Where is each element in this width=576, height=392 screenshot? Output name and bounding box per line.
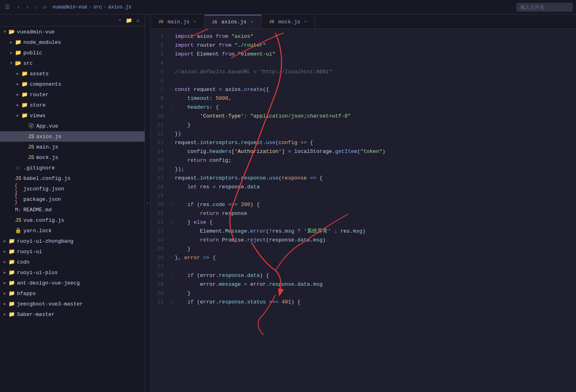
new-folder-icon[interactable]: 📁 [125,17,133,24]
code-editor[interactable]: 1 import axios from "axios" 2 import rou… [151,29,576,392]
tree-item-package-json[interactable]: ▶ { } package.json [0,194,145,204]
code-line-14[interactable]: 14 config.headers['Authorization'] = loc… [151,147,576,156]
tree-item-jsconfig-json[interactable]: ▶ { } jsconfig.json [0,184,145,194]
code-line-2[interactable]: 2 import router from "./router" [151,41,576,50]
search-input[interactable] [516,3,573,12]
folder-icon: 📁 [15,39,22,46]
js-icon: JS [27,154,35,161]
code-line-11[interactable]: 11 } [151,121,576,130]
code-line-10[interactable]: 10 'Content-Type': "application/json;cha… [151,112,576,121]
tree-item-mock-js[interactable]: ▶ JS mock.js [0,152,145,163]
code-line-3[interactable]: 3 import Element from "element-ui" [151,50,576,59]
code-line-18[interactable]: 18 let res = response.data [151,183,576,192]
code-line-6[interactable]: 6 [151,76,576,85]
forward-icon[interactable]: › [23,3,31,11]
line-code: timeout: 5000, [175,94,573,103]
tree-label: csdn [17,259,29,265]
tab-main-js[interactable]: JS main.js × [151,15,205,29]
tab-close-main[interactable]: × [192,19,198,25]
new-file-icon[interactable]: + [116,17,124,24]
tree-item-public[interactable]: ▶ 📁 public [0,47,145,58]
code-line-7[interactable]: 7 □ const request = axios.create({ [151,85,576,94]
tree-item-jeecgboot[interactable]: ▶ 📁 jeecgboot-vue3-master [0,299,145,309]
code-line-1[interactable]: 1 import axios from "axios" [151,32,576,41]
tree-item-csdn[interactable]: ▶ 📁 csdn [0,257,145,267]
menu-icon[interactable]: ☰ [3,3,11,11]
line-code: request.interceptors.response.use(respon… [175,174,573,183]
code-line-28[interactable]: 28 □ if (error.response.data) { [151,271,576,280]
tab-mock-js[interactable]: JS mock.js × [261,15,315,29]
tree-item-store[interactable]: ▶ 📁 store [0,100,145,110]
tree-item-vueadmin-vue[interactable]: ▼ 📂 vueadmin-vue [0,27,145,37]
code-line-22[interactable]: 22 □ } else { [151,218,576,227]
star-icon[interactable]: ☆ [32,3,40,11]
code-line-20[interactable]: 20 □ if (res.code === 200) { [151,200,576,209]
collapse-sidebar-button[interactable]: ‹ [145,14,151,392]
tree-item-main-js[interactable]: ▶ JS main.js [0,142,145,152]
tree-label: node_modules [23,39,61,45]
tree-item-components[interactable]: ▶ 📁 components [0,79,145,89]
tree-item-views[interactable]: ▶ 📁 views [0,110,145,121]
tree-label: bfapps [17,291,36,297]
tree-item-src[interactable]: ▼ 📂 src [0,58,145,68]
tree-item-vue-config[interactable]: ▶ JS vue.config.js [0,215,145,225]
code-line-12[interactable]: 12 }) [151,130,576,138]
tree-label: Saber-master [17,312,55,318]
code-line-27[interactable]: 27 [151,262,576,271]
tab-close-axios[interactable]: × [249,19,255,25]
line-code: if (res.code === 200) { [175,200,573,209]
tree-item-router[interactable]: ▶ 📁 router [0,89,145,100]
back-icon[interactable]: ‹ [15,3,23,11]
run-icon[interactable]: ▷ [41,3,49,11]
tab-close-mock[interactable]: × [303,19,309,25]
code-line-26[interactable]: 26 □ }, error => { [151,254,576,262]
tree-item-babel-config[interactable]: ▶ JS babel.config.js [0,173,145,184]
code-line-21[interactable]: 21 return response [151,209,576,218]
code-line-30[interactable]: 30 } [151,289,576,298]
tree-item-ruoyi-ui-plus[interactable]: ▶ 📁 ruoyi-ui-plus [0,267,145,278]
breadcrumb-root: vueadmin-vue [52,4,87,10]
tree-arrow: ▶ [8,39,15,45]
line-code: }, error => { [175,254,573,262]
tab-label: axios.js [222,19,247,25]
tree-item-ruoyi-ui-zhongbang[interactable]: ▶ 📁 ruoyi-ui-zhongbang [0,236,145,246]
code-line-9[interactable]: 9 □ headers: { [151,103,576,112]
line-code: 'Content-Type': "application/json;charse… [175,112,573,121]
folder-icon: 📁 [15,49,22,56]
code-line-13[interactable]: 13 □ request.interceptors.request.use(co… [151,138,576,147]
line-code: error.message = error.response.data.msg [175,280,573,289]
code-line-5[interactable]: 5 //axios.defaults.baseURL = "http://loc… [151,68,576,76]
tree-item-app-vue[interactable]: ▶ Ⓥ App.vue [0,121,145,131]
tree-item-assets[interactable]: ▶ 📁 assets [0,68,145,79]
refresh-icon[interactable]: ↺ [134,17,141,24]
tree-item-yarn-lock[interactable]: ▶ 🔒 yarn.lock [0,225,145,236]
tree-label: assets [30,71,49,77]
tree-item-bfapps[interactable]: ▶ 📁 bfapps [0,288,145,299]
code-line-8[interactable]: 8 timeout: 5000, [151,94,576,103]
folder-icon: 📁 [8,237,15,245]
line-code: return config; [175,156,573,165]
tree-item-gitignore[interactable]: ▶ ◻ .gitignore [0,163,145,173]
tree-label: jsconfig.json [23,186,64,192]
code-line-17[interactable]: 17 □ request.interceptors.response.use(r… [151,174,576,183]
code-line-31[interactable]: 31 □ if (error.response.status === 401) … [151,298,576,307]
tree-item-saber-master[interactable]: ▶ 📁 Saber-master [0,309,145,320]
tree-item-ant-design[interactable]: ▶ 📁 ant-design-vue-jeecg [0,278,145,288]
code-line-15[interactable]: 15 return config; [151,156,576,165]
line-code: headers: { [175,103,573,112]
code-line-29[interactable]: 29 error.message = error.response.data.m… [151,280,576,289]
code-line-25[interactable]: 25 } [151,245,576,254]
tree-item-axios-js[interactable]: ▶ JS axios.js [0,131,145,142]
code-line-19[interactable]: 19 [151,192,576,200]
line-code: import Element from "element-ui" [175,50,573,59]
file-icon: ◻ [15,164,22,171]
code-line-24[interactable]: 24 return Promise.reject(response.data.m… [151,236,576,245]
tree-item-ruoyi-ui[interactable]: ▶ 📁 ruoyi-ui [0,246,145,257]
code-line-16[interactable]: 16 }); [151,165,576,174]
code-line-23[interactable]: 23 Element.Message.error(!res.msg ? '系统异… [151,227,576,236]
tree-item-node-modules[interactable]: ▶ 📁 node_modules [0,37,145,47]
tree-item-readme[interactable]: ▶ M↓ README.md [0,204,145,215]
code-line-4[interactable]: 4 [151,59,576,68]
tab-axios-js[interactable]: JS axios.js × [205,15,261,29]
line-code: request.interceptors.request.use(config … [175,138,573,147]
